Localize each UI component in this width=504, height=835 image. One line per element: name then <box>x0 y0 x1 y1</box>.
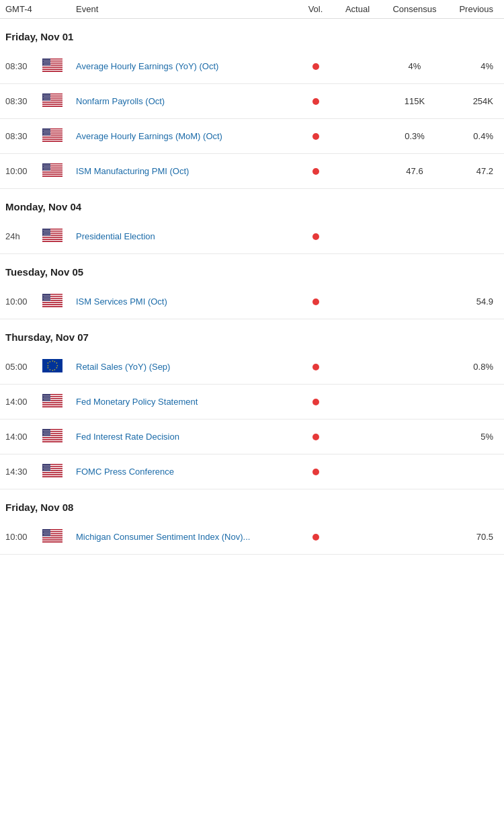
vol-indicator <box>300 364 331 370</box>
svg-rect-49 <box>42 101 62 102</box>
svg-rect-217 <box>42 301 62 303</box>
table-row: 14:00 ★★★★★★ ★★★★★ ★★★★★★ ★★★★★ ★★★★★★ <box>0 420 504 454</box>
svg-rect-178 <box>42 239 62 240</box>
col-previous-header: Previous <box>445 4 499 14</box>
svg-rect-401 <box>42 539 62 541</box>
svg-rect-356 <box>42 471 62 473</box>
svg-rect-12 <box>42 71 62 72</box>
date-section-4: Friday, Nov 08 <box>0 489 504 520</box>
vol-indicator <box>300 469 331 475</box>
previous-value: 4% <box>445 61 499 71</box>
svg-rect-136 <box>42 173 62 175</box>
vol-indicator <box>300 63 331 70</box>
vol-indicator <box>300 534 331 541</box>
event-name[interactable]: ISM Services PMI (Oct) <box>76 296 300 307</box>
event-time: 14:00 <box>5 432 42 442</box>
vol-indicator <box>300 98 331 105</box>
event-name[interactable]: Fed Monetary Policy Statement <box>76 397 300 407</box>
svg-rect-133 <box>42 171 62 172</box>
event-name[interactable]: ISM Manufacturing PMI (Oct) <box>76 166 300 176</box>
previous-value: 47.2 <box>445 166 499 176</box>
svg-rect-403 <box>42 541 62 543</box>
table-row: 10:00 ★★★★★★ ★★★★★ ★★★★★★ ★★★★★ ★★★★★★ <box>0 154 504 189</box>
svg-rect-52 <box>42 104 62 105</box>
event-time: 10:00 <box>5 296 42 307</box>
svg-rect-177 <box>42 238 62 239</box>
event-time: 08:30 <box>5 61 42 71</box>
svg-rect-317 <box>42 439 62 440</box>
svg-rect-138 <box>42 175 62 177</box>
svg-rect-318 <box>42 440 62 442</box>
vol-indicator <box>300 399 331 405</box>
svg-rect-95 <box>42 140 62 141</box>
col-timezone: GMT-4 <box>5 4 42 14</box>
svg-rect-360 <box>42 475 62 477</box>
svg-rect-222 <box>42 306 62 307</box>
svg-rect-176 <box>42 237 62 238</box>
table-row: 05:00 ★★★★★★★★★★★★ Retail Sales (YoY) (S… <box>0 350 504 385</box>
event-name[interactable]: Average Hourly Earnings (YoY) (Oct) <box>76 61 300 71</box>
date-section-0: Friday, Nov 01 <box>0 19 504 49</box>
table-row: 10:00 ★★★★★★ ★★★★★ ★★★★★★ ★★★★★ ★★★★★★ <box>0 284 504 319</box>
event-name[interactable]: Presidential Election <box>76 231 300 241</box>
date-section-2: Tuesday, Nov 05 <box>0 254 504 284</box>
svg-rect-398 <box>42 536 62 538</box>
col-flag-spacer <box>42 4 76 14</box>
col-actual-header: Actual <box>331 4 384 14</box>
svg-rect-92 <box>42 136 62 138</box>
event-name[interactable]: Retail Sales (YoY) (Sep) <box>76 362 300 372</box>
svg-rect-399 <box>42 537 62 539</box>
svg-rect-96 <box>42 141 62 142</box>
event-name[interactable]: FOMC Press Conference <box>76 467 300 477</box>
svg-rect-400 <box>42 539 62 540</box>
svg-rect-275 <box>42 404 62 405</box>
event-name[interactable]: Average Hourly Earnings (MoM) (Oct) <box>76 131 300 141</box>
event-time: 08:30 <box>5 131 42 141</box>
consensus-value: 47.6 <box>384 166 445 176</box>
previous-value: 254K <box>445 96 499 106</box>
event-time: 24h <box>5 231 42 241</box>
svg-rect-274 <box>42 403 62 405</box>
svg-rect-11 <box>42 70 62 71</box>
vol-indicator <box>300 299 331 305</box>
svg-text:★: ★ <box>47 366 49 369</box>
table-row: 24h ★★★★★★ ★★★★★ ★★★★★★ ★★★★★ ★★★★★★ <box>0 219 504 254</box>
svg-rect-179 <box>42 240 62 241</box>
flag-icon: ★★★★★★ ★★★★★ ★★★★★★ ★★★★★ ★★★★★★ <box>42 229 76 244</box>
previous-value: 0.4% <box>445 131 499 141</box>
event-time: 14:30 <box>5 467 42 477</box>
previous-value: 54.9 <box>445 296 499 307</box>
svg-rect-10 <box>42 69 62 70</box>
event-name[interactable]: Nonfarm Payrolls (Oct) <box>76 96 300 106</box>
svg-rect-135 <box>42 173 62 174</box>
svg-rect-315 <box>42 437 62 438</box>
previous-value: 70.5 <box>445 532 499 542</box>
svg-rect-221 <box>42 305 62 307</box>
svg-rect-134 <box>42 171 62 173</box>
event-time: 10:00 <box>5 532 42 542</box>
svg-rect-361 <box>42 476 62 477</box>
svg-rect-91 <box>42 136 62 137</box>
table-row: 10:00 ★★★★★★ ★★★★★ ★★★★★★ ★★★★★ ★★★★★★ <box>0 520 504 555</box>
col-consensus-header: Consensus <box>384 4 445 14</box>
svg-rect-8 <box>42 67 62 68</box>
svg-rect-359 <box>42 474 62 475</box>
table-row: 08:30 ★★★★★★ ★★★★★ ★★★★★★ ★★★★★ ★★★★★★ <box>0 84 504 119</box>
event-name[interactable]: Fed Interest Rate Decision <box>76 432 300 442</box>
svg-rect-54 <box>42 106 62 107</box>
svg-rect-9 <box>42 68 62 69</box>
svg-rect-358 <box>42 473 62 475</box>
table-row: 08:30 ★★★★★★ ★★★★★ ★★★★★★ ★★★★★ ★★★★★★ <box>0 119 504 154</box>
previous-value: 0.8% <box>445 362 499 372</box>
svg-rect-316 <box>42 438 62 440</box>
svg-rect-276 <box>42 405 62 407</box>
event-time: 05:00 <box>5 362 42 372</box>
event-time: 08:30 <box>5 96 42 106</box>
flag-icon: ★★★★★★ ★★★★★ ★★★★★★ ★★★★★ ★★★★★★ <box>42 429 76 444</box>
flag-icon: ★★★★★★ ★★★★★ ★★★★★★ ★★★★★ ★★★★★★ <box>42 128 76 144</box>
consensus-value: 115K <box>384 96 445 106</box>
event-name[interactable]: Michigan Consumer Sentiment Index (Nov).… <box>76 532 300 542</box>
svg-rect-402 <box>42 541 62 542</box>
flag-icon: ★★★★★★ ★★★★★ ★★★★★★ ★★★★★ ★★★★★★ <box>42 58 76 74</box>
date-section-3: Thursday, Nov 07 <box>0 319 504 350</box>
